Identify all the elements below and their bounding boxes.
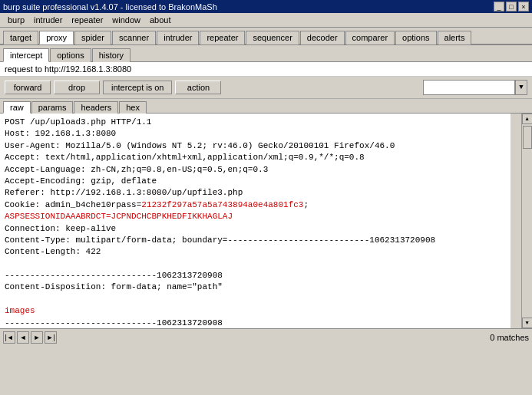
line-10: Connection: keep-alive bbox=[5, 223, 506, 235]
tab-decoder[interactable]: decoder bbox=[300, 31, 345, 44]
line-8: Cookie: admin_b4che10rpass=21232f297a57a… bbox=[5, 199, 506, 211]
forward-button[interactable]: forward bbox=[5, 81, 51, 94]
line-18: ------------------------------1062313720… bbox=[5, 318, 506, 328]
intercept-toggle[interactable]: intercept is on bbox=[103, 81, 172, 94]
line-1: POST /up/upload3.php HTTP/1.1 bbox=[5, 117, 506, 128]
scrollbar[interactable]: ▲ ▼ bbox=[521, 114, 532, 328]
cookie-value: 21232f297a57a5a743894a0e4a801fc3 bbox=[141, 200, 303, 209]
scroll-down-button[interactable]: ▼ bbox=[522, 318, 533, 328]
tab-sequencer[interactable]: sequencer bbox=[246, 31, 299, 44]
line-11: Content-Type: multipart/form-data; bound… bbox=[5, 235, 506, 246]
line-7: Referer: http://192.168.1.3:8080/up/upfi… bbox=[5, 187, 506, 199]
menu-repeater[interactable]: repeater bbox=[67, 15, 107, 25]
nav-first-button[interactable]: |◄ bbox=[3, 331, 15, 344]
line-4: Accept: text/html,application/xhtml+xml,… bbox=[5, 152, 506, 163]
close-button[interactable]: × bbox=[518, 2, 529, 12]
scroll-up-button[interactable]: ▲ bbox=[522, 114, 533, 124]
request-bar: request to http://192.168.1.3:8080 bbox=[0, 62, 532, 77]
matches-label: 0 matches bbox=[490, 333, 529, 342]
line-14: ------------------------------1062313720… bbox=[5, 270, 506, 281]
menu-window[interactable]: window bbox=[107, 15, 145, 25]
tab-alerts[interactable]: alerts bbox=[438, 31, 472, 44]
title-bar: burp suite professional v1.4.07 - licens… bbox=[0, 0, 532, 13]
tab-target[interactable]: target bbox=[3, 31, 38, 44]
window-controls[interactable]: _ □ × bbox=[494, 2, 529, 12]
subtab-intercept[interactable]: intercept bbox=[3, 48, 49, 62]
search-dropdown[interactable]: ▼ bbox=[515, 80, 527, 95]
title-text: burp suite professional v1.4.07 - licens… bbox=[3, 2, 217, 12]
line-15: Content-Disposition: form-data; name="pa… bbox=[5, 281, 506, 293]
tab-comparer[interactable]: comparer bbox=[345, 31, 395, 44]
menu-intruder[interactable]: intruder bbox=[29, 15, 67, 25]
line-16 bbox=[5, 294, 506, 305]
viewtab-raw[interactable]: raw bbox=[3, 101, 31, 114]
action-button[interactable]: action bbox=[175, 81, 221, 94]
drop-button[interactable]: drop bbox=[54, 81, 100, 94]
menu-burp[interactable]: burp bbox=[3, 15, 29, 25]
main-tabs: target proxy spider scanner intruder rep… bbox=[0, 28, 532, 45]
search-area: ▼ bbox=[423, 80, 527, 95]
minimize-button[interactable]: _ bbox=[494, 2, 504, 12]
status-bar: |◄ ◄ ► ►| 0 matches bbox=[0, 328, 532, 345]
tab-proxy[interactable]: proxy bbox=[39, 31, 74, 44]
scroll-thumb[interactable] bbox=[523, 126, 532, 149]
subtab-options[interactable]: options bbox=[50, 48, 91, 62]
view-tabs: raw params headers hex bbox=[0, 99, 532, 114]
sub-tabs: intercept options history bbox=[0, 45, 532, 62]
line-5: Accept-Language: zh-CN,zh;q=0.8,en-US;q=… bbox=[5, 164, 506, 176]
tab-scanner[interactable]: scanner bbox=[112, 31, 156, 44]
nav-last-button[interactable]: ►| bbox=[45, 331, 57, 344]
menu-about[interactable]: about bbox=[145, 15, 176, 25]
nav-prev-button[interactable]: ◄ bbox=[17, 331, 29, 344]
viewtab-params[interactable]: params bbox=[31, 101, 74, 114]
line-3: User-Agent: Mozilla/5.0 (Windows NT 5.2;… bbox=[5, 140, 506, 152]
line-12: Content-Length: 422 bbox=[5, 246, 506, 258]
line-13 bbox=[5, 258, 506, 270]
request-url: request to http://192.168.1.3:8080 bbox=[5, 64, 131, 74]
toolbar: forward drop intercept is on action ▼ bbox=[0, 77, 532, 99]
viewtab-hex[interactable]: hex bbox=[119, 101, 147, 114]
content-outer: POST /up/upload3.php HTTP/1.1 Host: 192.… bbox=[0, 114, 532, 328]
line-6: Accept-Encoding: gzip, deflate bbox=[5, 176, 506, 187]
line-2: Host: 192.168.1.3:8080 bbox=[5, 128, 506, 140]
subtab-history[interactable]: history bbox=[92, 48, 131, 62]
tab-repeater[interactable]: repeater bbox=[200, 31, 245, 44]
tab-spider[interactable]: spider bbox=[74, 31, 111, 44]
search-input[interactable] bbox=[423, 80, 515, 95]
request-content: POST /up/upload3.php HTTP/1.1 Host: 192.… bbox=[0, 114, 521, 328]
line-17: images bbox=[5, 305, 506, 317]
tab-options[interactable]: options bbox=[395, 31, 436, 44]
tab-intruder[interactable]: intruder bbox=[157, 31, 199, 44]
menu-bar: burp intruder repeater window about bbox=[0, 13, 532, 28]
maximize-button[interactable]: □ bbox=[506, 2, 517, 12]
line-9: ASPSESSIONIDAAABRDCT=JCPNDCHCBPKHEDFIKKH… bbox=[5, 211, 506, 222]
nav-next-button[interactable]: ► bbox=[31, 331, 43, 344]
viewtab-headers[interactable]: headers bbox=[74, 101, 118, 114]
